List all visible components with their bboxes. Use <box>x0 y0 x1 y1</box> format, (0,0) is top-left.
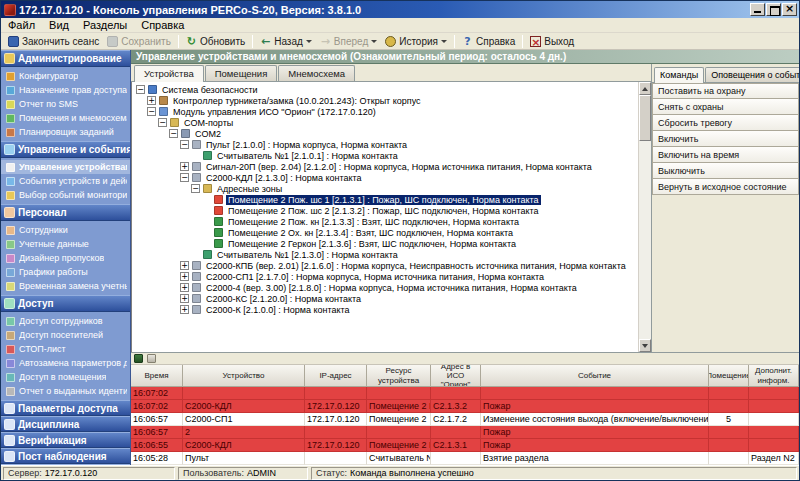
sidebar-item[interactable]: Автозамена параметров доступа <box>1 356 130 370</box>
collapse-toggle-icon[interactable]: − <box>158 118 167 127</box>
collapse-toggle-icon[interactable]: − <box>180 140 189 149</box>
sidebar-item[interactable]: Конфигуратор <box>1 69 130 83</box>
menu-file[interactable]: Файл <box>1 19 42 31</box>
print-icon[interactable] <box>147 354 156 363</box>
expand-toggle-icon[interactable]: + <box>180 261 189 270</box>
tree-item[interactable]: −С2000-КДЛ [2.1.3.0] : Норма контакта <box>133 172 637 183</box>
collapse-toggle-icon[interactable]: − <box>136 85 145 94</box>
scroll-up-button[interactable] <box>639 82 651 95</box>
sidebar-item[interactable]: Дизайнер пропусков <box>1 251 130 265</box>
sidebar-item[interactable]: Планировщик заданий <box>1 125 130 139</box>
tree-item[interactable]: −Адресные зоны <box>133 183 637 194</box>
tree-item[interactable]: −Система безопасности <box>133 84 637 95</box>
restore-initial-state-button[interactable]: Вернуть в исходное состояние <box>652 179 799 195</box>
sidebar-section-observation-post[interactable]: Пост наблюдения <box>1 448 130 464</box>
sidebar-item[interactable]: Доступ посетителей <box>1 328 130 342</box>
expand-toggle-icon[interactable]: + <box>180 305 189 314</box>
tree-item[interactable]: +С2000-4 (вер. 3.00) [2.1.8.0] : Норма к… <box>133 282 637 293</box>
tree-item[interactable]: Считыватель №1 [2.1.3.0] : Норма контакт… <box>133 249 637 260</box>
reset-alarm-button[interactable]: Сбросить тревогу <box>652 115 799 131</box>
collapse-toggle-icon[interactable]: − <box>191 184 200 193</box>
expand-toggle-icon[interactable]: + <box>180 294 189 303</box>
sidebar-item[interactable]: Учетные данные <box>1 237 130 251</box>
tree-item[interactable]: +С2000-СП1 [2.1.7.0] : Норма корпуса, Но… <box>133 271 637 282</box>
tree-item[interactable]: +Сигнал-20П (вер. 2.04) [2.1.2.0] : Норм… <box>133 161 637 172</box>
sidebar-item[interactable]: Доступ в помещения <box>1 370 130 384</box>
scrollbar-thumb[interactable] <box>639 95 651 141</box>
col-room[interactable]: Помещение <box>709 365 749 387</box>
sidebar-section-access[interactable]: Доступ <box>1 295 130 312</box>
turn-off-button[interactable]: Выключить <box>652 163 799 179</box>
expand-toggle-icon[interactable]: + <box>180 283 189 292</box>
tree-item[interactable]: Считыватель №1 [2.1.0.1] : Норма контакт… <box>133 150 637 161</box>
expand-toggle-icon[interactable]: + <box>147 96 156 105</box>
sidebar-item[interactable]: Назначение прав доступа операторов <box>1 83 130 97</box>
sidebar-item[interactable]: СТОП-лист <box>1 342 130 356</box>
tree-item[interactable]: −Модуль управления ИСО "Орион" (172.17.0… <box>133 106 637 117</box>
col-device-resource[interactable]: Ресурс устройства <box>367 365 431 387</box>
table-row[interactable]: 16:06:57С2000-СП1172.17.0.120Помещение 2… <box>131 413 799 426</box>
sidebar-section-verification[interactable]: Верификация <box>1 432 130 448</box>
tree-item[interactable]: Помещение 2 Ох. кн [2.1.3.4] : Взят, ШС … <box>133 227 637 238</box>
tree-item[interactable]: +С2000-К [2.1.0.0] : Норма контакта <box>133 304 637 315</box>
minimize-button[interactable] <box>750 3 765 16</box>
back-button[interactable]: ←Назад <box>256 34 316 49</box>
history-button[interactable]: История <box>381 34 451 49</box>
tree-item[interactable]: +С2000-КПБ (вер. 2.01) [2.1.6.0] : Норма… <box>133 260 637 271</box>
export-icon[interactable] <box>134 354 143 363</box>
end-session-button[interactable]: Закончить сеанс <box>4 34 103 49</box>
sidebar-item[interactable]: Управление устройствами и мнемосхемой <box>1 160 130 174</box>
col-orion-address[interactable]: Адрес в ИСО "Орион" <box>431 365 481 387</box>
close-button[interactable] <box>782 3 797 16</box>
tree-item[interactable]: Помещение 2 Пож. кн [2.1.3.3] : Взят, ШС… <box>133 216 637 227</box>
turn-on-timed-button[interactable]: Включить на время <box>652 147 799 163</box>
turn-on-button[interactable]: Включить <box>652 131 799 147</box>
maximize-button[interactable] <box>766 3 781 16</box>
sidebar-item[interactable]: Помещения и мнемосхема <box>1 111 130 125</box>
table-row[interactable]: 16:05:28ПультСчитыватель N2.1.0.1Взятие … <box>131 452 799 465</box>
tree-item[interactable]: +С2000-КС [2.1.20.0] : Норма контакта <box>133 293 637 304</box>
expand-toggle-icon[interactable]: + <box>180 272 189 281</box>
col-extra-info[interactable]: Дополнит. информ. <box>749 365 799 387</box>
collapse-toggle-icon[interactable]: − <box>147 107 156 116</box>
sidebar-section-administration[interactable]: Администрирование <box>1 50 130 67</box>
sidebar-item[interactable]: Временная замена учетных данных <box>1 279 130 293</box>
collapse-toggle-icon[interactable]: − <box>180 173 189 182</box>
sidebar-item[interactable]: События устройств и действий пользовател… <box>1 174 130 188</box>
sidebar-item[interactable]: Сотрудники <box>1 223 130 237</box>
scrollbar-track[interactable] <box>639 95 651 339</box>
menu-sections[interactable]: Разделы <box>76 19 134 31</box>
expand-toggle-icon[interactable]: + <box>180 162 189 171</box>
col-time[interactable]: Время <box>131 365 183 387</box>
tab-mnemoscheme[interactable]: Мнемосхема <box>278 65 355 81</box>
col-event[interactable]: Событие <box>481 365 709 387</box>
tree-item[interactable]: −COM2 <box>133 128 637 139</box>
sidebar-item[interactable]: Графики работы <box>1 265 130 279</box>
table-row[interactable]: 16:06:55С2000-КДЛ172.17.0.120Помещение 2… <box>131 439 799 452</box>
tree-item[interactable]: +Контроллер турникета/замка (10.0.201.24… <box>133 95 637 106</box>
tree-item[interactable]: Помещение 2 Геркон [2.1.3.6] : Взят, ШС … <box>133 238 637 249</box>
disarm-button[interactable]: Снять с охраны <box>652 99 799 115</box>
table-row[interactable]: 16:07:02С2000-КДЛ172.17.0.120Помещение 2… <box>131 400 799 413</box>
tree-item[interactable]: Помещение 2 Пож. шс 1 [2.1.3.1] : Пожар,… <box>133 194 637 205</box>
sidebar-item[interactable]: Выбор событий мониторинга <box>1 188 130 202</box>
tab-event-notifications[interactable]: Оповещения о событиях <box>705 67 799 82</box>
sidebar-section-management-events[interactable]: Управление и события <box>1 141 130 158</box>
sidebar-section-access-params[interactable]: Параметры доступа <box>1 400 130 416</box>
refresh-button[interactable]: ↻Обновить <box>182 34 249 49</box>
exit-button[interactable]: ×Выход <box>526 34 578 49</box>
collapse-toggle-icon[interactable]: − <box>169 129 178 138</box>
scroll-down-button[interactable] <box>639 339 651 352</box>
col-device[interactable]: Устройство <box>183 365 305 387</box>
sidebar-item[interactable]: Доступ сотрудников <box>1 314 130 328</box>
tree-item[interactable]: −Пульт [2.1.0.0] : Норма корпуса, Норма … <box>133 139 637 150</box>
table-row[interactable]: 16:07:02 <box>131 387 799 400</box>
sidebar-section-discipline[interactable]: Дисциплина <box>1 416 130 432</box>
sidebar-item[interactable]: Отчет о выданных идентификаторах <box>1 384 130 398</box>
table-row[interactable]: 16:06:572Пожар <box>131 426 799 439</box>
menu-help[interactable]: Справка <box>134 19 191 31</box>
sidebar-section-personnel[interactable]: Персонал <box>1 204 130 221</box>
tree-item[interactable]: Помещение 2 Пож. шс 2 [2.1.3.2] : Пожар,… <box>133 205 637 216</box>
tab-rooms[interactable]: Помещения <box>205 65 278 81</box>
tab-commands[interactable]: Команды <box>654 67 704 83</box>
